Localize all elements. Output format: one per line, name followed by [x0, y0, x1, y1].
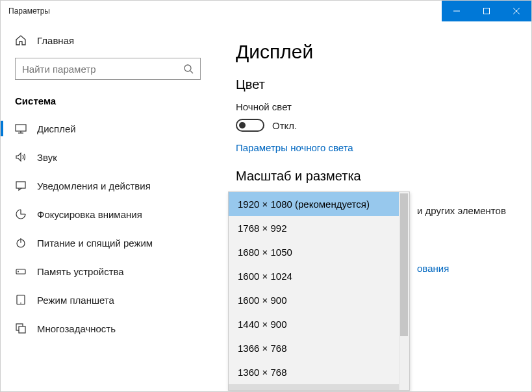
- obscured-scale-link[interactable]: ования: [417, 263, 449, 274]
- search-icon: [183, 64, 194, 74]
- nav-item-label: Уведомления и действия: [37, 180, 151, 191]
- multitask-icon: [15, 323, 27, 334]
- notifications-icon: [15, 180, 27, 191]
- sidebar-section-title: Система: [1, 95, 215, 114]
- search-input[interactable]: [22, 64, 183, 75]
- section-scale-heading: Масштаб и разметка: [236, 169, 512, 184]
- nav-item-label: Многозадачность: [37, 323, 116, 334]
- nav-item-label: Дисплей: [37, 123, 76, 134]
- resolution-option[interactable]: 1600 × 1024: [229, 264, 409, 288]
- resolution-option[interactable]: 1280 × 1024: [229, 384, 409, 390]
- nav-item-sound[interactable]: Звук: [1, 143, 215, 171]
- nav-item-label: Фокусировка внимания: [37, 209, 142, 220]
- svg-line-5: [190, 71, 193, 73]
- night-light-settings-link[interactable]: Параметры ночного света: [236, 142, 353, 153]
- page-title: Дисплей: [236, 41, 512, 63]
- nav-item-label: Память устройства: [37, 266, 124, 277]
- nav-item-label: Режим планшета: [37, 295, 114, 306]
- minimize-icon: [453, 8, 460, 14]
- nav-item-focus[interactable]: Фокусировка внимания: [1, 200, 215, 228]
- obscured-text-elements: и других элементов: [417, 205, 506, 216]
- toggle-state-label: Откл.: [272, 120, 297, 131]
- resolution-option[interactable]: 1360 × 768: [229, 360, 409, 384]
- nav-item-label: Звук: [37, 152, 57, 163]
- resolution-option[interactable]: 1440 × 900: [229, 312, 409, 336]
- resolution-option[interactable]: 1366 × 768: [229, 336, 409, 360]
- nav-item-display[interactable]: Дисплей: [1, 114, 215, 143]
- nav-list: Дисплей Звук Уведомления и действия Фоку…: [1, 114, 215, 343]
- sidebar: Главная Система Дисплей Звук Уведом: [1, 21, 215, 391]
- tablet-icon: [15, 294, 27, 306]
- dropdown-scrollbar[interactable]: [399, 192, 409, 390]
- dropdown-scrollbar-thumb[interactable]: [400, 193, 408, 336]
- nav-item-multitask[interactable]: Многозадачность: [1, 314, 215, 343]
- home-label: Главная: [37, 35, 74, 46]
- nav-item-tablet[interactable]: Режим планшета: [1, 286, 215, 314]
- window-title: Параметры: [1, 6, 50, 16]
- svg-rect-9: [16, 182, 25, 188]
- nav-item-notifications[interactable]: Уведомления и действия: [1, 171, 215, 200]
- focus-icon: [15, 208, 27, 220]
- resolution-option[interactable]: 1600 × 900: [229, 288, 409, 312]
- toggle-knob: [239, 122, 246, 129]
- section-color-heading: Цвет: [236, 77, 512, 92]
- svg-rect-6: [16, 125, 26, 131]
- svg-point-4: [184, 65, 191, 71]
- svg-point-15: [20, 302, 21, 304]
- resolution-option[interactable]: 1920 × 1080 (рекомендуется): [229, 192, 409, 216]
- nav-item-power[interactable]: Питание и спящий режим: [1, 228, 215, 257]
- svg-rect-17: [19, 326, 25, 333]
- resolution-option[interactable]: 1768 × 992: [229, 216, 409, 240]
- resolution-option[interactable]: 1680 × 1050: [229, 240, 409, 264]
- nav-item-storage[interactable]: Память устройства: [1, 257, 215, 286]
- close-button[interactable]: [501, 1, 531, 21]
- display-icon: [15, 123, 27, 134]
- resolution-dropdown[interactable]: 1920 × 1080 (рекомендуется)1768 × 992168…: [228, 191, 410, 391]
- power-icon: [15, 237, 27, 249]
- maximize-button[interactable]: [472, 1, 501, 21]
- search-input-wrap[interactable]: [15, 58, 201, 80]
- night-light-label: Ночной свет: [236, 101, 512, 112]
- titlebar: Параметры: [1, 1, 531, 21]
- window-controls: [442, 1, 531, 21]
- svg-point-13: [18, 271, 19, 273]
- home-button[interactable]: Главная: [1, 34, 215, 58]
- home-icon: [15, 34, 27, 46]
- night-light-toggle[interactable]: [236, 119, 264, 132]
- sound-icon: [15, 151, 27, 163]
- minimize-button[interactable]: [442, 1, 472, 21]
- maximize-icon: [483, 8, 490, 14]
- nav-item-label: Питание и спящий режим: [37, 238, 153, 249]
- svg-rect-1: [484, 8, 490, 14]
- close-icon: [513, 8, 520, 14]
- storage-icon: [15, 265, 27, 277]
